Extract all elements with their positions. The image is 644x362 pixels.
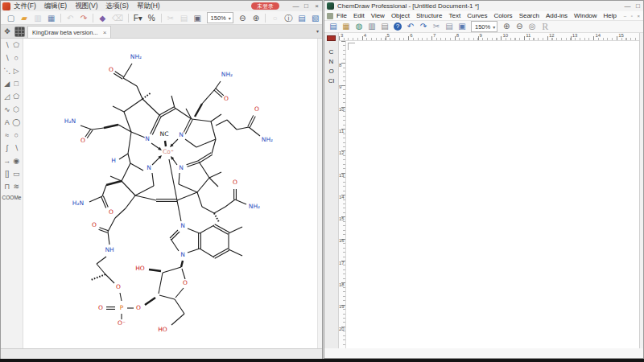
cut-button-icon[interactable]: ✂ xyxy=(166,12,175,24)
zoom-select[interactable]: 150%▾ xyxy=(471,21,497,32)
paste-button-icon[interactable]: ▣ xyxy=(456,21,468,32)
palette-tool-icon[interactable]: ◉ xyxy=(12,154,22,167)
sync-button-icon[interactable]: ○ xyxy=(270,12,279,24)
copy-button-icon[interactable]: ▤ xyxy=(180,12,188,24)
atom-shortcut-n[interactable]: N xyxy=(324,57,338,67)
zoom-out-button-icon[interactable]: ⊖ xyxy=(238,12,247,24)
chemdraw-menu-edit[interactable]: Edit xyxy=(353,12,365,19)
chemdraw-menu-view[interactable]: View xyxy=(371,12,385,19)
palette-tool-icon[interactable]: ⬠ xyxy=(12,90,22,103)
help-button-icon[interactable]: ? xyxy=(394,23,402,31)
palette-tool-icon[interactable]: ʃ xyxy=(2,142,12,154)
tab-list-dropdown-icon[interactable]: ▾ xyxy=(316,26,319,38)
chemdraw-vertical-scrollbar[interactable] xyxy=(639,33,643,348)
palette-tool-icon[interactable]: ⬡ xyxy=(12,103,22,116)
minimize-button[interactable]: — xyxy=(291,1,301,11)
functional-group-shortcut[interactable]: COOMe xyxy=(1,195,23,200)
undo-button-icon[interactable]: ↶ xyxy=(405,21,416,32)
chemdraw-menu-structure[interactable]: Structure xyxy=(416,12,442,19)
palette-tool-icon[interactable]: ◯ xyxy=(12,116,22,129)
kingdraw-menu-3[interactable]: 选项(S) xyxy=(106,2,129,11)
kingdraw-menu-1[interactable]: 编辑(E) xyxy=(44,2,67,11)
undo-button-icon[interactable]: ↶ xyxy=(66,12,75,24)
new-document-button-icon[interactable]: ▤ xyxy=(328,21,339,32)
zoom-tool-button-icon[interactable]: ◎ xyxy=(526,21,538,32)
palette-tool-icon[interactable]: ▭ xyxy=(12,167,22,180)
delete-button-icon[interactable]: ⌫ xyxy=(112,12,123,24)
about-button-icon[interactable]: ⓘ xyxy=(284,12,293,24)
dropdown-arrow-icon[interactable]: ▾ xyxy=(493,24,495,30)
save-cloud-button-icon[interactable]: ◍ xyxy=(353,21,365,32)
palette-tool-icon[interactable]: [] xyxy=(2,167,12,180)
save-button-icon[interactable]: ▥ xyxy=(366,21,378,32)
zoom-select[interactable]: 150%▾ xyxy=(207,12,233,23)
palette-tool-icon[interactable]: ≋ xyxy=(12,180,22,193)
cut-button-icon[interactable]: ✂ xyxy=(431,21,442,32)
structure-tool-icon[interactable] xyxy=(14,27,25,37)
login-status-badge[interactable]: 未登录 xyxy=(251,2,279,10)
chemdraw-menu-help[interactable]: Help xyxy=(604,12,617,19)
palette-tool-icon[interactable]: ○ xyxy=(12,129,22,142)
dropdown-arrow-icon[interactable]: ▾ xyxy=(229,15,231,21)
chemdraw-menu-add-ins[interactable]: Add-ins xyxy=(546,12,568,19)
tab-close-icon[interactable]: × xyxy=(103,29,107,36)
open-button-icon[interactable]: ▦ xyxy=(341,21,352,32)
format-button-icon[interactable]: F▾ xyxy=(134,12,142,24)
paste-button-icon[interactable]: ▣ xyxy=(193,12,202,24)
palette-tool-icon[interactable]: ⊓ xyxy=(2,180,12,193)
chemdraw-menu-window[interactable]: Window xyxy=(574,12,597,19)
selection-tool-icon[interactable] xyxy=(327,35,336,41)
copy-button-icon[interactable]: ▤ xyxy=(444,21,455,32)
redo-button-icon[interactable]: ↷ xyxy=(418,21,429,32)
chemdraw-menu-curves[interactable]: Curves xyxy=(467,12,487,19)
share-button-icon[interactable]: ▧ xyxy=(311,12,320,24)
palette-tool-icon[interactable]: ≈ xyxy=(2,129,12,142)
zoom-in-button-icon[interactable]: ⊕ xyxy=(501,21,512,32)
palette-tool-icon[interactable]: ⬠ xyxy=(12,39,22,51)
palette-tool-icon[interactable]: ∖ xyxy=(2,39,12,51)
palette-tool-icon[interactable]: ⋱ xyxy=(2,64,12,77)
palette-tool-icon[interactable]: ◿ xyxy=(2,90,12,103)
new-document-button-icon[interactable]: ▢ xyxy=(6,12,15,24)
palette-tool-icon[interactable]: □ xyxy=(12,77,22,90)
atom-shortcut-cl[interactable]: Cl xyxy=(324,76,338,86)
canvas-vertical-scrollbar[interactable] xyxy=(317,39,322,348)
save-as-button-icon[interactable]: ▦ xyxy=(47,12,56,24)
maximize-button[interactable]: □ xyxy=(301,1,312,11)
palette-tool-icon[interactable]: ∖ xyxy=(2,51,12,64)
redo-button-icon[interactable]: ↷ xyxy=(80,12,89,24)
chemdraw-menu-search[interactable]: Search xyxy=(519,12,539,19)
kingdraw-canvas[interactable]: NH₂ONH₂OONH₂H₂NONCCo⁺NNNNHONH₂H₂NOONHNNH… xyxy=(23,39,317,348)
zoom-in-button-icon[interactable]: ⊕ xyxy=(252,12,261,24)
zoom-out-button-icon[interactable]: ⊖ xyxy=(514,21,525,32)
minimize-button[interactable]: — xyxy=(622,1,633,11)
atom-shortcut-o[interactable]: O xyxy=(324,67,338,76)
document-tab[interactable]: KingDraw beta version... × xyxy=(27,26,111,38)
palette-tool-icon[interactable]: → xyxy=(2,154,12,167)
kingdraw-menu-0[interactable]: 文件(F) xyxy=(14,2,36,11)
close-button[interactable]: × xyxy=(312,1,322,11)
kingdraw-menu-4[interactable]: 帮助(H) xyxy=(137,2,160,11)
save-button-icon[interactable]: ▥ xyxy=(34,12,43,24)
print-button-icon[interactable]: ▤ xyxy=(298,12,307,24)
molecule-drawing[interactable]: NH₂ONH₂OONH₂H₂NONCCo⁺NNNNHONH₂H₂NOONHNNH… xyxy=(23,39,317,348)
open-file-button-icon[interactable]: ▰ xyxy=(20,12,29,24)
print-button-icon[interactable]: ▤ xyxy=(379,21,390,32)
chemdraw-canvas[interactable] xyxy=(346,41,639,348)
palette-tool-icon[interactable]: ◢ xyxy=(2,77,12,90)
pan-tool-icon[interactable]: ✥ xyxy=(1,25,14,38)
chemdraw-menu-file[interactable]: File xyxy=(336,12,347,19)
palette-tool-icon[interactable]: ▷ xyxy=(12,64,22,77)
chemdraw-menu-text[interactable]: Text xyxy=(448,12,460,19)
palette-tool-icon[interactable]: ∖ xyxy=(12,142,22,154)
document-window-controls[interactable]: – ▫ × xyxy=(624,14,642,19)
clean-structure-button-icon[interactable]: % xyxy=(147,12,156,24)
palette-tool-icon[interactable]: ○ xyxy=(12,51,22,64)
palette-tool-icon[interactable]: ∿ xyxy=(2,103,12,116)
eraser-button-icon[interactable]: ◆ xyxy=(98,12,107,24)
r-group-button-icon[interactable]: R xyxy=(539,21,551,32)
palette-tool-icon[interactable]: A xyxy=(2,116,12,129)
kingdraw-menu-2[interactable]: 视图(V) xyxy=(75,2,97,11)
chemdraw-menu-object[interactable]: Object xyxy=(391,12,410,19)
atom-shortcut-c[interactable]: C xyxy=(324,47,338,57)
